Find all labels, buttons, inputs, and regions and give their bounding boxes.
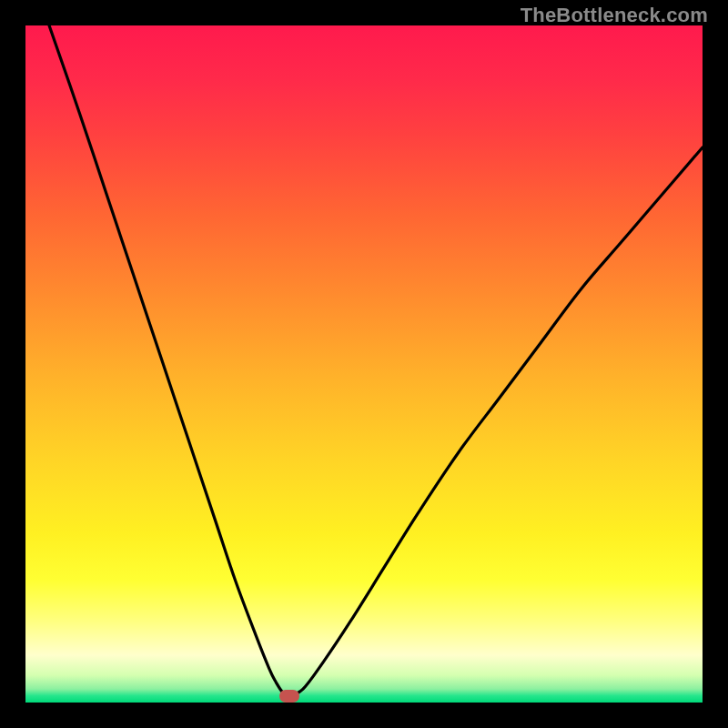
curve-right-branch bbox=[289, 147, 703, 696]
watermark-text: TheBottleneck.com bbox=[521, 4, 708, 27]
optimum-marker bbox=[279, 690, 299, 703]
curve-left-branch bbox=[49, 25, 289, 696]
plot-area bbox=[25, 25, 703, 703]
chart-container: { "watermark": "TheBottleneck.com", "mar… bbox=[0, 0, 728, 728]
curve-svg bbox=[25, 25, 703, 703]
